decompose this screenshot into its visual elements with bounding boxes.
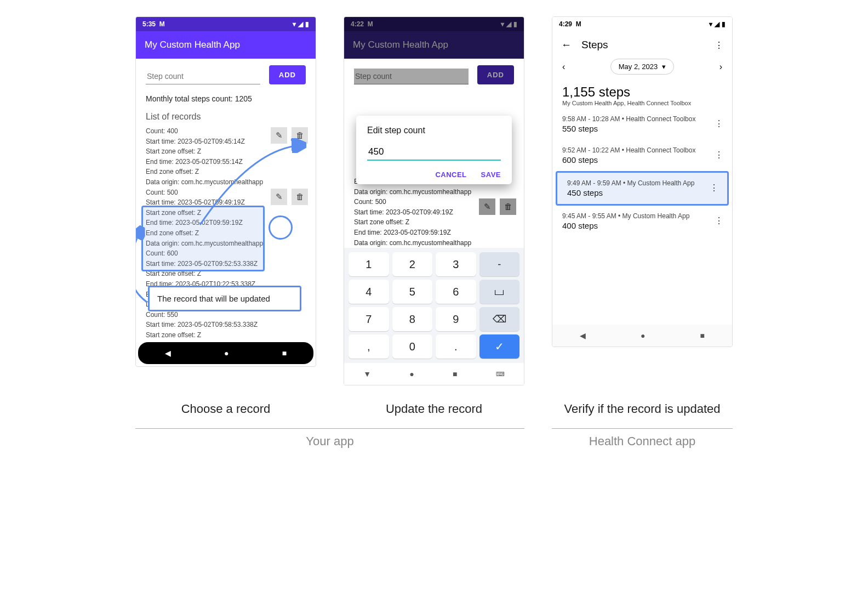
steps-entry: 9:45 AM - 9:55 AM • My Custom Health App… <box>552 206 732 237</box>
key-6[interactable]: 6 <box>436 280 476 304</box>
delete-icon[interactable]: 🗑 <box>292 127 308 144</box>
dialog-title: Edit step count <box>367 126 501 135</box>
back-icon[interactable]: ◀ <box>580 331 586 340</box>
wifi-icon: ▾ <box>501 20 504 28</box>
signal-icon: ◢ <box>298 20 303 28</box>
status-time: 4:29 <box>559 20 572 28</box>
recents-icon[interactable]: ■ <box>453 370 457 378</box>
key-7[interactable]: 7 <box>349 307 389 331</box>
android-nav-bar: ◀ ● ■ <box>552 325 732 347</box>
more-icon[interactable]: ⋮ <box>715 40 723 50</box>
status-time: 5:35 <box>142 20 156 28</box>
numeric-keyboard: 1 2 3 - 4 5 6 ⌴ 7 8 9 ⌫ , 0 . ✓ <box>344 248 524 363</box>
back-icon[interactable]: ◀ <box>165 349 171 357</box>
app-title: My Custom Health App <box>353 39 448 50</box>
back-icon[interactable]: ▼ <box>363 370 371 378</box>
home-icon[interactable]: ● <box>641 331 645 340</box>
home-icon[interactable]: ● <box>224 349 229 357</box>
key-minus[interactable]: - <box>479 252 520 276</box>
list-header: List of records <box>146 112 306 122</box>
phone-update-record: 4:22 M ▾ ◢ ▮ My Custom Health App ADD En… <box>344 16 524 385</box>
date-chip[interactable]: May 2, 2023 ▾ <box>610 59 675 75</box>
mail-icon: M <box>159 20 165 28</box>
wifi-icon: ▾ <box>293 20 296 28</box>
battery-icon: ▮ <box>722 20 726 28</box>
edit-icon[interactable]: ✎ <box>271 127 287 144</box>
key-8[interactable]: 8 <box>392 307 433 331</box>
key-5[interactable]: 5 <box>392 280 433 304</box>
steps-entry: 9:52 AM - 10:22 AM • Health Connect Tool… <box>552 140 732 171</box>
edit-icon[interactable]: ✎ <box>479 198 495 215</box>
entry-more-icon[interactable]: ⋮ <box>715 118 723 129</box>
mail-icon: M <box>368 20 373 28</box>
delete-icon[interactable]: 🗑 <box>292 189 308 205</box>
hc-header: ← Steps ⋮ <box>552 31 732 59</box>
record-item: Count: 550 Start time: 2023-05-02T09:58:… <box>146 310 306 340</box>
signal-icon: ◢ <box>715 20 719 28</box>
total-steps: 1,155 steps My Custom Health App, Health… <box>552 84 732 109</box>
status-bar: 4:29 M ▾ ◢ ▮ <box>552 17 732 31</box>
key-1[interactable]: 1 <box>349 252 389 276</box>
footer-groups: Your app Health Connect app <box>27 428 841 449</box>
date-navigation: ‹ May 2, 2023 ▾ › <box>552 59 732 84</box>
android-nav-bar: ◀ ● ■ <box>138 342 313 364</box>
key-2[interactable]: 2 <box>392 252 433 276</box>
chevron-down-icon: ▾ <box>662 63 666 71</box>
key-4[interactable]: 4 <box>349 280 389 304</box>
mail-icon: M <box>576 20 581 28</box>
entry-more-icon[interactable]: ⋮ <box>715 150 723 160</box>
home-icon[interactable]: ● <box>409 370 414 378</box>
wifi-icon: ▾ <box>709 20 712 28</box>
status-bar: 5:35 M ▾ ◢ ▮ <box>136 17 316 31</box>
edit-step-count-dialog: Edit step count CANCEL SAVE <box>356 116 512 184</box>
key-comma[interactable]: , <box>349 334 389 359</box>
key-dot[interactable]: . <box>436 334 476 359</box>
key-backspace[interactable]: ⌫ <box>479 307 520 331</box>
key-0[interactable]: 0 <box>392 334 433 359</box>
app-title: My Custom Health App <box>145 39 240 50</box>
monthly-total: Monthly total steps count: 1205 <box>146 94 306 103</box>
add-button[interactable]: ADD <box>269 65 306 84</box>
keyboard-switch-icon[interactable]: ⌨ <box>496 371 505 378</box>
recents-icon[interactable]: ■ <box>282 349 287 357</box>
key-3[interactable]: 3 <box>436 252 476 276</box>
record-item: Count: 500 Start time: 2023-05-02T09:49:… <box>146 188 306 249</box>
status-time: 4:22 <box>351 20 364 28</box>
record-item: Count: 400 Start time: 2023-05-02T09:45:… <box>146 126 306 188</box>
edit-icon[interactable]: ✎ <box>271 189 287 205</box>
dialog-value-input[interactable] <box>367 144 501 161</box>
app-bar: My Custom Health App <box>344 31 524 59</box>
phone-verify-record: 4:29 M ▾ ◢ ▮ ← Steps ⋮ ‹ May 2, 2023 ▾ <box>552 16 733 347</box>
group-your-app: Your app <box>135 428 524 449</box>
caption-update: Update the record <box>344 402 524 416</box>
cancel-button[interactable]: CANCEL <box>435 171 466 179</box>
caption-verify: Verify if the record is updated <box>552 402 733 416</box>
next-day-icon[interactable]: › <box>719 62 722 72</box>
back-arrow-icon[interactable]: ← <box>561 39 572 51</box>
step-count-input[interactable] <box>146 69 260 84</box>
prev-day-icon[interactable]: ‹ <box>562 62 565 72</box>
captions-row: Choose a record Update the record Verify… <box>27 402 841 416</box>
step-count-input[interactable] <box>354 69 469 84</box>
key-9[interactable]: 9 <box>436 307 476 331</box>
delete-icon[interactable]: 🗑 <box>500 198 516 215</box>
app-bar: My Custom Health App <box>136 31 316 59</box>
signal-icon: ◢ <box>506 20 511 28</box>
figure-stage: 5:35 M ▾ ◢ ▮ My Custom Health App ADD Mo… <box>27 16 841 385</box>
steps-entry-highlighted: 9:49 AM - 9:59 AM • My Custom Health App… <box>556 171 729 206</box>
steps-entry: 9:58 AM - 10:28 AM • Health Connect Tool… <box>552 109 732 140</box>
entry-more-icon[interactable]: ⋮ <box>710 183 718 193</box>
battery-icon: ▮ <box>305 20 309 28</box>
recents-icon[interactable]: ■ <box>700 331 705 340</box>
callout-record-updated: The record that will be updated <box>148 286 301 311</box>
save-button[interactable]: SAVE <box>481 171 501 179</box>
caption-choose: Choose a record <box>135 402 316 416</box>
key-space[interactable]: ⌴ <box>479 280 520 304</box>
key-enter[interactable]: ✓ <box>479 334 520 359</box>
entry-more-icon[interactable]: ⋮ <box>715 215 723 226</box>
android-nav-bar: ▼ ● ■ ⌨ <box>344 363 524 385</box>
add-button[interactable]: ADD <box>477 65 514 84</box>
group-health-connect: Health Connect app <box>552 428 733 449</box>
phone-choose-record: 5:35 M ▾ ◢ ▮ My Custom Health App ADD Mo… <box>135 16 316 367</box>
status-bar: 4:22 M ▾ ◢ ▮ <box>344 17 524 31</box>
